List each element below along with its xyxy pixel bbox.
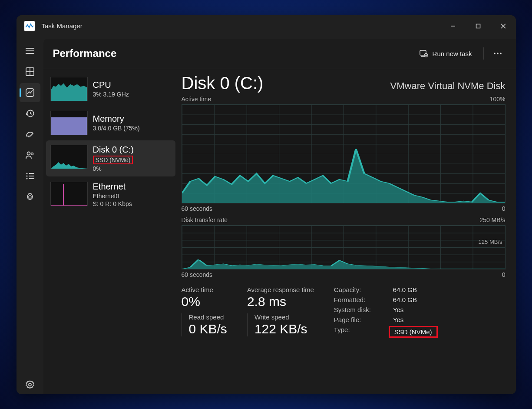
svg-point-21 xyxy=(29,196,31,198)
svg-point-28 xyxy=(494,53,496,54)
perf-item-disk0[interactable]: Disk 0 (C:) SSD (NVMe) 0% xyxy=(46,140,175,176)
perf-item-memory[interactable]: Memory 3.0/4.0 GB (75%) xyxy=(46,106,175,140)
perf-eth-title: Ethernet xyxy=(93,182,132,192)
performance-area: CPU 3% 3.19 GHz Memory 3.0/4.0 GB (75%) xyxy=(43,69,516,394)
perf-disk-sub2: 0% xyxy=(93,165,134,172)
window-controls xyxy=(440,15,516,37)
svg-point-30 xyxy=(500,53,502,54)
performance-list: CPU 3% 3.19 GHz Memory 3.0/4.0 GB (75%) xyxy=(43,69,178,394)
svg-rect-32 xyxy=(51,117,87,135)
perf-disk-sub: SSD (NVMe) xyxy=(93,156,134,164)
nav-app-history[interactable] xyxy=(20,104,40,123)
nav-performance[interactable] xyxy=(20,83,40,102)
nav-settings[interactable] xyxy=(20,375,40,394)
content-pane: Performance Run new task xyxy=(43,39,516,394)
chart2-xright: 0 xyxy=(502,271,506,278)
disk-type-highlight: SSD (NVMe) xyxy=(93,156,133,164)
transfer-rate-chart: 125 MB/s xyxy=(182,225,506,269)
disk-type-highlight-main: SSD (NVMe) xyxy=(389,326,438,338)
svg-marker-31 xyxy=(51,83,87,101)
maximize-button[interactable] xyxy=(466,15,491,37)
disk-info-table: Capacity:64.0 GB Formatted:64.0 GB Syste… xyxy=(334,286,438,338)
detail-title: Disk 0 (C:) xyxy=(182,73,264,93)
run-new-task-button[interactable]: Run new task xyxy=(413,46,478,61)
svg-marker-35 xyxy=(182,149,505,203)
chart1-max: 100% xyxy=(490,96,506,103)
window-body: Performance Run new task xyxy=(17,37,516,394)
perf-cpu-sub: 3% 3.19 GHz xyxy=(93,91,129,98)
chart2-xleft: 60 seconds xyxy=(182,271,213,278)
nav-rail xyxy=(17,37,43,394)
svg-marker-33 xyxy=(51,162,87,169)
stat-write-speed: Write speed 122 KB/s xyxy=(247,313,321,336)
perf-disk-title: Disk 0 (C:) xyxy=(93,145,134,155)
svg-point-29 xyxy=(497,53,499,54)
nav-startup[interactable] xyxy=(20,125,40,144)
minimize-button[interactable] xyxy=(440,15,466,37)
perf-item-ethernet[interactable]: Ethernet Ethernet0 S: 0 R: 0 Kbps xyxy=(46,177,175,212)
transfer-rate-chart-block: Disk transfer rate 250 MB/s 125 MB/s 60 … xyxy=(182,216,506,278)
nav-details[interactable] xyxy=(20,166,40,186)
ethernet-thumbnail xyxy=(50,182,88,206)
header-divider xyxy=(483,47,484,60)
perf-item-cpu[interactable]: CPU 3% 3.19 GHz xyxy=(46,73,175,106)
hamburger-icon[interactable] xyxy=(20,41,40,60)
run-task-icon xyxy=(420,49,428,58)
chart1-xright: 0 xyxy=(502,205,506,212)
app-icon xyxy=(24,21,35,31)
run-new-task-label: Run new task xyxy=(433,50,472,57)
svg-point-15 xyxy=(26,173,27,174)
svg-point-13 xyxy=(27,152,30,155)
titlebar: Task Manager xyxy=(17,15,516,37)
perf-memory-title: Memory xyxy=(93,114,140,124)
perf-cpu-title: CPU xyxy=(93,80,129,90)
nav-processes[interactable] xyxy=(20,62,40,81)
stat-read-speed: Read speed 0 KB/s xyxy=(182,313,234,336)
task-manager-window: Task Manager Performance xyxy=(17,15,516,394)
memory-thumbnail xyxy=(50,111,88,135)
stats-row: Active time 0% Read speed 0 KB/s Average… xyxy=(182,286,506,338)
svg-marker-36 xyxy=(182,259,505,269)
more-options-button[interactable] xyxy=(489,45,506,62)
window-title: Task Manager xyxy=(42,22,83,30)
svg-point-17 xyxy=(26,175,27,176)
page-title: Performance xyxy=(53,47,117,60)
perf-memory-sub: 3.0/4.0 GB (75%) xyxy=(93,125,140,132)
svg-point-22 xyxy=(29,383,31,386)
active-time-chart xyxy=(182,104,506,203)
chart2-label: Disk transfer rate xyxy=(182,216,228,223)
content-header: Performance Run new task xyxy=(43,39,516,69)
svg-point-14 xyxy=(31,153,33,155)
chart2-max: 250 MB/s xyxy=(479,216,505,223)
nav-users[interactable] xyxy=(20,146,40,165)
disk-thumbnail xyxy=(50,145,88,169)
stat-active-time: Active time 0% xyxy=(182,286,234,309)
active-time-chart-block: Active time 100% 60 seconds 0 xyxy=(182,96,506,212)
chart1-xleft: 60 seconds xyxy=(182,205,213,212)
chart1-label: Active time xyxy=(182,96,211,103)
cpu-thumbnail xyxy=(50,77,88,101)
perf-eth-sub2: S: 0 R: 0 Kbps xyxy=(93,200,132,207)
perf-eth-sub: Ethernet0 xyxy=(93,193,132,200)
svg-rect-1 xyxy=(476,24,480,28)
detail-model: VMware Virtual NVMe Disk xyxy=(390,80,506,92)
close-button[interactable] xyxy=(491,15,516,37)
nav-services[interactable] xyxy=(20,187,40,206)
performance-detail: Disk 0 (C:) VMware Virtual NVMe Disk Act… xyxy=(178,69,516,394)
svg-point-19 xyxy=(26,178,27,179)
stat-avg-response: Average response time 2.8 ms xyxy=(247,286,321,309)
